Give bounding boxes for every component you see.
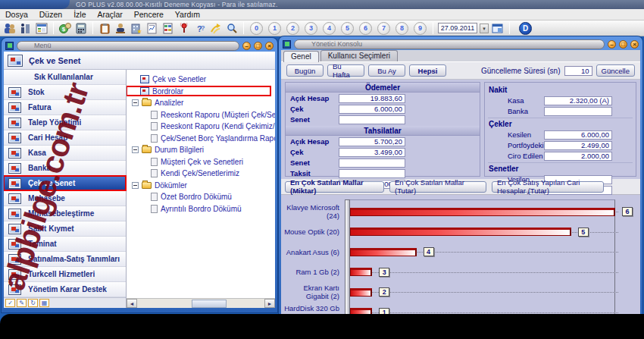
tree-item-reeskont-kendi[interactable]: Reeskont Raporu (Kendi Çekimiz/Borç Sene… <box>131 121 275 133</box>
bu-hafta-button[interactable]: Bu Hafta <box>327 64 364 77</box>
sidebar-item-turkcell-hizmetleri[interactable]: Turkcell Hizmetleri <box>4 267 126 282</box>
calendar-panel-icon[interactable] <box>491 22 505 35</box>
number-button-9[interactable]: 9 <box>414 22 427 35</box>
tree-item-cek-ve-senetler[interactable]: Çek ve Senetler <box>131 74 275 86</box>
form-icon[interactable] <box>35 22 48 35</box>
tree-item-dokumler[interactable]: Dökümler <box>131 180 275 192</box>
number-button-1[interactable]: 1 <box>268 22 281 35</box>
report-icon[interactable] <box>145 22 159 35</box>
sidebar-item-muhasebe[interactable]: Muhasebe <box>4 191 126 206</box>
chart-button-tutar[interactable]: En Çok Satılan Mallar (Tutar) <box>389 181 486 193</box>
sidebar-item-yonetim-karar-destek[interactable]: Yönetim Karar Destek <box>4 282 126 297</box>
refresh-icon[interactable]: ↻ <box>28 299 38 307</box>
number-button-0[interactable]: 0 <box>250 22 263 35</box>
number-button-8[interactable]: 8 <box>395 22 408 35</box>
number-button-7[interactable]: 7 <box>377 22 390 35</box>
minimize-icon[interactable]: – <box>242 42 251 50</box>
number-button-4[interactable]: 4 <box>323 22 336 35</box>
tree-item-ozet-bordro-dokumu[interactable]: Özet Bordro Dökümü <box>131 191 275 203</box>
help-icon[interactable]: ?? <box>193 22 207 35</box>
cekler-kesilen-value[interactable] <box>544 130 612 140</box>
collections-taksit-value[interactable] <box>339 169 405 178</box>
number-button-5[interactable]: 5 <box>341 22 354 35</box>
clipboard-icon[interactable] <box>98 22 111 35</box>
sidebar-item-fatura[interactable]: Fatura <box>4 100 126 115</box>
payments-acik-hesap-value[interactable] <box>339 94 405 103</box>
company-star-icon[interactable]: ★ <box>130 22 143 35</box>
calculator-icon[interactable] <box>74 22 88 35</box>
tree-item-analizler[interactable]: Analizler <box>131 97 275 109</box>
sidebar-item-stok[interactable]: Stok <box>4 85 126 100</box>
sidebar-item-cek-ve-senet-selected[interactable]: Çek ve Senet <box>4 176 126 191</box>
sidebar-item-cari-hesap[interactable]: Cari Hesap <box>4 130 126 146</box>
hepsi-button[interactable]: Hepsi <box>409 64 446 77</box>
tree-item-durum-bilgileri[interactable]: Durum Bilgileri <box>131 144 275 156</box>
collections-acik-hesap-value[interactable] <box>339 137 405 146</box>
tree-item-yaslandirma-raporu[interactable]: Çek/Senet Borç Yaşlandırma Raporu <box>131 133 275 145</box>
cekler-ciro-edilen-value[interactable] <box>544 152 612 161</box>
close-icon[interactable]: × <box>265 42 274 50</box>
export-table-icon[interactable] <box>161 22 175 35</box>
manager-icon[interactable] <box>114 22 127 35</box>
menu-izle[interactable]: İzle <box>73 10 86 19</box>
tasks-icon[interactable]: ✓ <box>5 299 15 307</box>
tree-item-bordrolar[interactable]: Bordrolar <box>131 86 275 98</box>
nakit-banka-value[interactable] <box>544 107 612 116</box>
org-chart-icon[interactable] <box>19 22 33 35</box>
collapse-toggle-icon[interactable] <box>132 182 139 189</box>
sidebar-item-sabit-kiymet[interactable]: Sabit Kıymet <box>4 221 126 237</box>
collapse-toggle-icon[interactable] <box>132 146 139 153</box>
tree-item-ayrintili-bordro-dokumu[interactable]: Ayrıntılı Bordro Dökümü <box>131 203 275 215</box>
users-icon[interactable] <box>3 22 17 35</box>
close-icon[interactable]: × <box>630 40 639 49</box>
tab-genel[interactable]: Genel <box>283 51 319 62</box>
menu-araclar[interactable]: Araçlar <box>97 10 122 19</box>
date-dropdown-button[interactable]: ▾ <box>480 24 489 33</box>
search-icon[interactable] <box>225 22 239 35</box>
guncelle-button[interactable]: Güncelle <box>596 64 636 77</box>
sidebar-item-talep-yonetimi[interactable]: Talep Yönetimi <box>4 115 126 130</box>
chart-button-cari-hesaplar[interactable]: En Çok Satış Yapılan Cari Hesaplar (Tuta… <box>492 181 604 193</box>
scrollbar-thumb[interactable] <box>192 300 227 308</box>
maximize-icon[interactable]: □ <box>254 42 262 50</box>
maximize-icon[interactable]: □ <box>619 40 627 49</box>
menu-dosya[interactable]: Dosya <box>5 10 28 19</box>
minimize-icon[interactable]: – <box>608 40 616 49</box>
collections-senet-value[interactable] <box>339 159 405 168</box>
exchange-rate-icon[interactable]: $ <box>58 22 72 35</box>
refresh-interval-input[interactable] <box>564 66 592 76</box>
menu-pencere[interactable]: Pencere <box>134 10 164 19</box>
chart-button-miktar[interactable]: En Çok Satılan Mallar (Miktar) <box>285 181 384 193</box>
edit-icon[interactable]: ✎ <box>17 299 27 307</box>
calculator-mini-icon[interactable]: ▦ <box>39 299 49 307</box>
scroll-right-icon[interactable]: ► <box>264 299 275 308</box>
scroll-left-icon[interactable]: ◄ <box>127 299 137 308</box>
bugun-button[interactable]: Bugün <box>286 64 324 77</box>
menu-duzen[interactable]: Düzen <box>39 10 62 19</box>
sidebar-item-kasa[interactable]: Kasa <box>4 146 126 161</box>
nakit-kasa-value[interactable] <box>544 96 612 105</box>
collections-cek-value[interactable] <box>339 148 405 157</box>
tree-item-reeskont-musteri[interactable]: Reeskont Raporu (Müşteri Çek/Senetleri) <box>131 109 275 121</box>
payments-cek-value[interactable] <box>339 105 405 114</box>
sidebar-item-sik-kullanilanlar[interactable]: Sık Kullanılanlar <box>4 70 126 85</box>
sidebar-item-muhasebelestirme[interactable]: Muhasebeleştirme <box>4 206 126 221</box>
tree-item-kendi-cek-senetlerimiz[interactable]: Kendi Çek/Senetlerimiz <box>131 168 275 180</box>
sidebar-item-banka[interactable]: Banka <box>4 161 126 176</box>
tree-horizontal-scrollbar[interactable]: ◄ ► <box>127 298 275 308</box>
d-button[interactable]: D <box>519 22 532 35</box>
date-input[interactable] <box>438 23 477 33</box>
number-button-3[interactable]: 3 <box>305 22 317 35</box>
sidebar-item-satinalma-satis-tanimlari[interactable]: Satınalma-Satış Tanımları <box>4 252 126 267</box>
collapse-toggle-icon[interactable] <box>132 99 139 106</box>
sidebar-item-teminat[interactable]: Teminat <box>4 237 126 252</box>
number-button-6[interactable]: 6 <box>359 22 372 35</box>
tab-kullanici-secimleri[interactable]: Kullanıcı Seçimleri <box>320 50 398 61</box>
payments-senet-value[interactable] <box>339 115 405 124</box>
shortcut-arrows-icon[interactable] <box>209 22 223 35</box>
tree-item-musteri-cek-senetleri[interactable]: Müşteri Çek ve Senetleri <box>131 156 275 168</box>
cekler-portfoydeki-value[interactable] <box>544 141 612 150</box>
bu-ay-button[interactable]: Bu Ay <box>368 64 405 77</box>
number-button-2[interactable]: 2 <box>286 22 299 35</box>
menu-yardim[interactable]: Yardım <box>175 10 200 19</box>
